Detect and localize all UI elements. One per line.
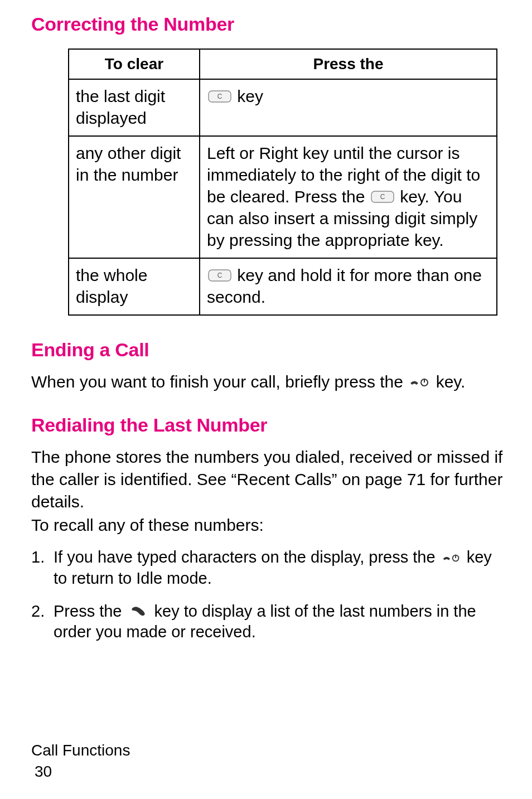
table-row: any other digit in the number Left or Ri… <box>69 136 497 258</box>
list-number: 2. <box>31 601 54 642</box>
end-power-icon <box>409 377 430 388</box>
svg-text:C: C <box>217 272 223 279</box>
list-content: If you have typed characters on the disp… <box>54 547 505 588</box>
table-header-row: To clear Press the <box>69 49 497 79</box>
c-key-icon: C <box>208 269 231 282</box>
redial-paragraph: The phone stores the numbers you dialed,… <box>31 446 505 513</box>
redial-steps-list: 1. If you have typed characters on the d… <box>31 547 505 642</box>
ending-call-paragraph: When you want to finish your call, brief… <box>31 371 505 393</box>
ending-text-prefix: When you want to finish your call, brief… <box>31 372 408 391</box>
table-cell-to-clear: any other digit in the number <box>69 136 200 258</box>
heading-correcting-number: Correcting the Number <box>31 13 505 35</box>
end-power-icon <box>441 553 461 563</box>
c-key-icon: C <box>371 191 394 203</box>
table-cell-text: key and hold it for more than one second… <box>207 266 482 306</box>
table-cell-text: key <box>233 87 263 105</box>
table-header-to-clear: To clear <box>69 49 200 79</box>
heading-ending-call: Ending a Call <box>31 339 505 361</box>
table-row: the whole display C key and hold it for … <box>69 258 497 315</box>
table-cell-press-the: C key and hold it for more than one seco… <box>200 258 497 315</box>
footer-section-name: Call Functions <box>31 740 130 761</box>
footer-page-number: 30 <box>35 761 130 782</box>
table-row: the last digit displayed C key <box>69 79 497 136</box>
list-item: 2. Press the key to display a list of th… <box>31 601 505 642</box>
table-cell-press-the: Left or Right key until the cursor is im… <box>200 136 497 258</box>
list-item: 1. If you have typed characters on the d… <box>31 547 505 588</box>
correcting-table: To clear Press the the last digit displa… <box>68 49 497 316</box>
page-footer: Call Functions 30 <box>31 740 130 782</box>
table-cell-press-the: C key <box>200 79 497 136</box>
send-key-icon <box>129 605 148 617</box>
c-key-icon: C <box>208 90 231 103</box>
ending-text-suffix: key. <box>431 372 465 391</box>
svg-text:C: C <box>380 193 385 201</box>
redial-intro: To recall any of these numbers: <box>31 514 505 536</box>
step-text-prefix: Press the <box>54 602 127 620</box>
table-header-press-the: Press the <box>200 49 497 79</box>
table-cell-to-clear: the whole display <box>69 258 200 315</box>
list-number: 1. <box>31 547 54 588</box>
svg-text:C: C <box>217 93 223 100</box>
step-text-prefix: If you have typed characters on the disp… <box>54 548 440 566</box>
table-cell-to-clear: the last digit displayed <box>69 79 200 136</box>
heading-redialing: Redialing the Last Number <box>31 414 505 436</box>
list-content: Press the key to display a list of the l… <box>54 601 505 642</box>
